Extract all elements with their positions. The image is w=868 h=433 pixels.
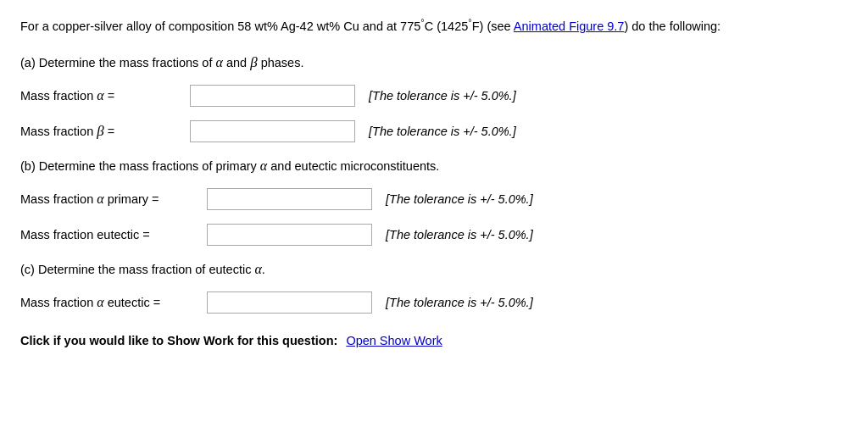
section-c: (c) Determine the mass fraction of eutec… (20, 259, 848, 314)
section-a-label: (a) Determine the mass fractions of α an… (20, 52, 848, 74)
show-work-row: Click if you would like to Show Work for… (20, 334, 848, 347)
mass-fraction-eutectic-input[interactable] (207, 224, 372, 246)
field-label-eutectic: Mass fraction eutectic = (20, 228, 207, 241)
mass-fraction-alpha-eutectic-input[interactable] (207, 291, 372, 314)
mass-fraction-alpha-input[interactable] (190, 85, 355, 107)
mass-fraction-alpha-eutectic-label: Mass fraction α eutectic = (20, 295, 160, 310)
field-label-alpha-eutectic: Mass fraction α eutectic = (20, 295, 207, 310)
section-c-label: (c) Determine the mass fraction of eutec… (20, 259, 848, 280)
mass-fraction-beta-input[interactable] (190, 120, 355, 142)
mass-fraction-alpha-primary-label: Mass fraction α primary = (20, 192, 159, 207)
section-b: (b) Determine the mass fractions of prim… (20, 156, 848, 246)
open-show-work-link[interactable]: Open Show Work (346, 334, 442, 347)
tolerance-alpha: [The tolerance is +/- 5.0%.] (369, 89, 516, 103)
field-label-alpha-primary: Mass fraction α primary = (20, 192, 207, 207)
mass-fraction-beta-label: Mass fraction β = (20, 123, 114, 140)
tolerance-beta: [The tolerance is +/- 5.0%.] (369, 125, 516, 138)
intro-paragraph: For a copper-silver alloy of composition… (20, 15, 848, 36)
tolerance-eutectic: [The tolerance is +/- 5.0%.] (386, 228, 533, 241)
mass-fraction-alpha-primary-input[interactable] (207, 188, 372, 210)
mass-fraction-eutectic-label: Mass fraction eutectic = (20, 228, 150, 241)
field-label-alpha: Mass fraction α = (20, 88, 190, 103)
tolerance-alpha-primary: [The tolerance is +/- 5.0%.] (386, 192, 533, 206)
section-b-label: (b) Determine the mass fractions of prim… (20, 156, 848, 176)
field-row-eutectic: Mass fraction eutectic = [The tolerance … (20, 224, 848, 246)
show-work-label: Click if you would like to Show Work for… (20, 334, 337, 347)
field-row-beta: Mass fraction β = [The tolerance is +/- … (20, 120, 848, 142)
field-row-alpha-primary: Mass fraction α primary = [The tolerance… (20, 188, 848, 210)
tolerance-alpha-eutectic: [The tolerance is +/- 5.0%.] (386, 296, 533, 309)
field-label-beta: Mass fraction β = (20, 123, 190, 140)
field-row-alpha-eutectic: Mass fraction α eutectic = [The toleranc… (20, 291, 848, 314)
mass-fraction-alpha-label: Mass fraction α = (20, 88, 114, 103)
animated-figure-link[interactable]: Animated Figure 9.7 (514, 19, 625, 33)
field-row-alpha: Mass fraction α = [The tolerance is +/- … (20, 85, 848, 107)
section-a: (a) Determine the mass fractions of α an… (20, 52, 848, 143)
